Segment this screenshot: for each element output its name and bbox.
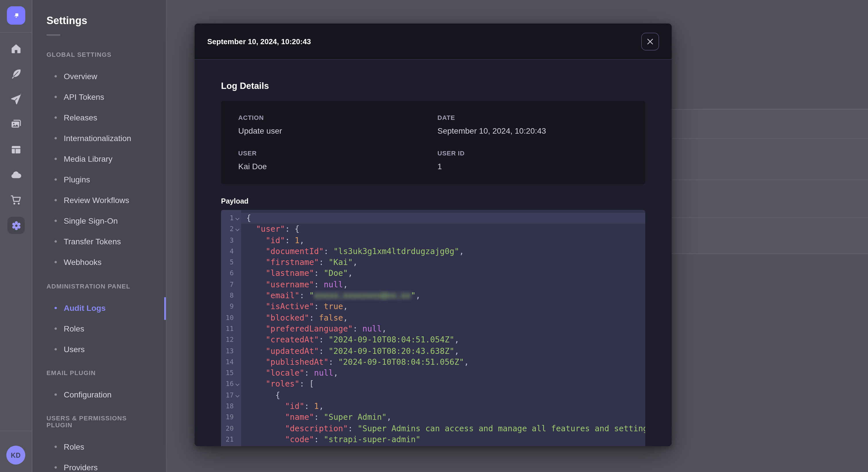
cloud-icon[interactable]: [10, 169, 22, 181]
gutter: 2: [221, 224, 241, 235]
nav-item-label: Overview: [64, 72, 97, 81]
settings-nav-item-webhooks[interactable]: Webhooks: [46, 252, 152, 272]
fold-spacer: [236, 290, 241, 301]
code-line-5: 5 "firstname": "Kai",: [221, 257, 645, 268]
code-text: "email": "xxxxx.xxxxxxxx@xx.xx",: [241, 290, 645, 301]
code-text: "code": "strapi-super-admin": [241, 434, 645, 445]
rail-divider-bottom: [0, 431, 32, 431]
bullet-icon: [55, 307, 57, 309]
settings-nav-item-releases[interactable]: Releases: [46, 107, 152, 128]
bullet-icon: [55, 96, 57, 98]
close-icon: [647, 38, 653, 44]
fold-spacer: [236, 324, 241, 335]
strapi-logo[interactable]: [7, 6, 25, 25]
code-text: "name": "Super Admin",: [241, 412, 645, 423]
bullet-icon: [55, 348, 57, 350]
settings-nav-item-api-tokens[interactable]: API Tokens: [46, 87, 152, 107]
line-number: 13: [221, 345, 236, 357]
settings-nav-item-configuration[interactable]: Configuration: [46, 384, 152, 405]
code-line-16: 16 "roles": [: [221, 379, 645, 390]
detail-user: USERKai Doe: [238, 150, 437, 171]
content-manager-icon[interactable]: [10, 144, 22, 156]
line-number: 16: [221, 379, 236, 390]
nav-item-label: Users: [64, 345, 85, 354]
settings-nav-item-media-library[interactable]: Media Library: [46, 148, 152, 169]
fold-spacer: [236, 268, 241, 279]
home-icon[interactable]: [10, 43, 22, 55]
fold-chevron-icon[interactable]: [236, 390, 241, 401]
settings-nav-item-transfer-tokens[interactable]: Transfer Tokens: [46, 231, 152, 252]
line-number: 12: [221, 335, 236, 346]
line-number: 5: [221, 257, 236, 268]
settings-nav-item-roles[interactable]: Roles: [46, 318, 152, 339]
settings-nav-item-single-sign-on[interactable]: Single Sign-On: [46, 210, 152, 231]
media-library-icon[interactable]: [10, 119, 22, 130]
bullet-icon: [55, 137, 57, 139]
nav-item-label: Configuration: [64, 390, 112, 399]
modal-body: Log Details ACTIONUpdate userDATESeptemb…: [195, 81, 672, 446]
detail-date: DATESeptember 10, 2024, 10:20:43: [437, 114, 628, 135]
close-button[interactable]: [641, 32, 659, 50]
modal-title: September 10, 2024, 10:20:43: [207, 37, 311, 45]
code-line-22: 22 }: [221, 445, 645, 446]
bullet-icon: [55, 75, 57, 77]
fold-spacer: [236, 301, 241, 312]
bullet-icon: [55, 199, 57, 201]
bullet-icon: [55, 261, 57, 263]
nav-item-label: Webhooks: [64, 258, 102, 267]
settings-nav-item-audit-logs[interactable]: Audit Logs: [46, 298, 152, 318]
paper-plane-icon[interactable]: [10, 94, 22, 105]
settings-nav-item-plugins[interactable]: Plugins: [46, 169, 152, 190]
settings-nav-item-review-workflows[interactable]: Review Workflows: [46, 190, 152, 210]
user-avatar[interactable]: KD: [6, 446, 25, 465]
gutter: 19: [221, 412, 241, 423]
settings-nav-item-roles[interactable]: Roles: [46, 436, 152, 457]
fold-chevron-icon[interactable]: [236, 224, 241, 235]
fold-chevron-icon[interactable]: [236, 379, 241, 390]
gutter: 20: [221, 423, 241, 434]
rail-divider: [0, 32, 32, 33]
payload-label: Payload: [221, 197, 645, 205]
payload-code-viewer[interactable]: 1{2 "user": {3 "id": 1,4 "documentId": "…: [221, 210, 645, 446]
code-text: "documentId": "ls3uk3g1xm4ltdrdugzajg0g"…: [241, 246, 645, 257]
code-line-12: 12 "createdAt": "2024-09-10T08:04:51.054…: [221, 335, 645, 346]
cart-icon[interactable]: [10, 194, 22, 206]
detail-label: ACTION: [238, 114, 437, 121]
line-number: 18: [221, 401, 236, 412]
fold-spacer: [236, 312, 241, 324]
nav-item-label: Review Workflows: [64, 196, 129, 205]
code-text: "createdAt": "2024-09-10T08:04:51.054Z",: [241, 335, 645, 346]
bullet-icon: [55, 394, 57, 396]
modal-header: September 10, 2024, 10:20:43: [195, 24, 672, 60]
code-line-7: 7 "username": null,: [221, 279, 645, 291]
settings-nav-item-users[interactable]: Users: [46, 339, 152, 360]
fold-spacer: [236, 434, 241, 445]
bullet-icon: [55, 446, 57, 448]
fold-spacer: [236, 357, 241, 368]
line-number: 10: [221, 312, 236, 324]
nav-item-label: Internationalization: [64, 134, 131, 143]
code-line-14: 14 "publishedAt": "2024-09-10T08:04:51.0…: [221, 357, 645, 368]
code-line-3: 3 "id": 1,: [221, 235, 645, 246]
code-text: "roles": [: [241, 379, 645, 390]
strapi-admin-app: KD Settings GLOBAL SETTINGSOverviewAPI T…: [0, 0, 868, 472]
settings-nav-item-overview[interactable]: Overview: [46, 66, 152, 87]
section-title: Log Details: [221, 81, 645, 91]
feather-icon[interactable]: [10, 68, 22, 80]
code-line-17: 17 {: [221, 390, 645, 401]
code-text: {: [241, 390, 645, 401]
line-number: 7: [221, 279, 236, 291]
settings-nav-item-providers[interactable]: Providers: [46, 457, 152, 472]
nav-section-label-global-settings: GLOBAL SETTINGS: [46, 51, 152, 58]
code-line-2: 2 "user": {: [221, 224, 645, 235]
gutter: 12: [221, 335, 241, 346]
bullet-icon: [55, 178, 57, 181]
nav-item-label: Roles: [64, 324, 84, 333]
fold-chevron-icon[interactable]: [236, 213, 241, 224]
nav-item-label: Transfer Tokens: [64, 237, 121, 246]
line-number: 8: [221, 290, 236, 301]
bullet-icon: [55, 240, 57, 243]
settings-gear-active-tile[interactable]: [7, 217, 25, 234]
settings-nav-item-internationalization[interactable]: Internationalization: [46, 128, 152, 148]
code-text: "id": 1,: [241, 401, 645, 412]
